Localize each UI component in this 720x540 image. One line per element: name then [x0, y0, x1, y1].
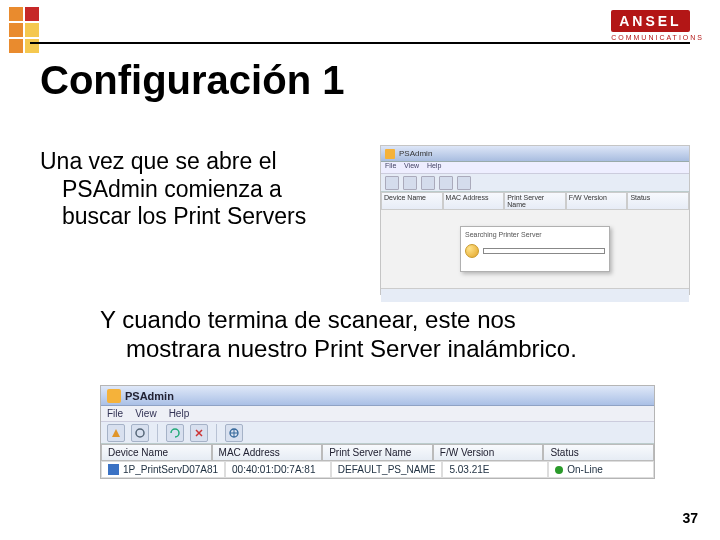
wizard-icon[interactable] — [385, 176, 399, 190]
toolbar-2 — [101, 422, 654, 444]
cell-status: On-Line — [548, 461, 654, 478]
menu-file-2[interactable]: File — [107, 408, 123, 419]
menu-view-2[interactable]: View — [135, 408, 157, 419]
decorative-squares — [8, 6, 88, 54]
cell-device-text: 1P_PrintServD07A81 — [123, 464, 218, 475]
status-bar — [381, 288, 689, 302]
col-fw[interactable]: F/W Version — [566, 192, 628, 210]
brand-name: ANSEL — [611, 10, 689, 32]
progress-bar — [483, 248, 605, 254]
paragraph-1: Una vez que se abre el PSAdmin comienza … — [40, 148, 350, 231]
cell-mac: 00:40:01:D0:7A:81 — [225, 461, 331, 478]
device-icon — [108, 464, 119, 475]
settings-icon[interactable] — [403, 176, 417, 190]
app-icon-2 — [107, 389, 121, 403]
toolbar — [381, 174, 689, 192]
col-mac[interactable]: MAC Address — [443, 192, 505, 210]
para1-rest: PSAdmin comienza a buscar los Print Serv… — [40, 176, 350, 231]
search-dialog: Searching Printer Server — [460, 226, 610, 272]
web-icon[interactable] — [225, 424, 243, 442]
window-titlebar: PSAdmin — [381, 146, 689, 162]
para2-rest: mostrara nuestro Print Server inalámbric… — [100, 335, 670, 364]
cell-status-text: On-Line — [567, 464, 603, 475]
column-headers: Device Name MAC Address Print Server Nam… — [101, 444, 654, 461]
col-status[interactable]: Status — [627, 192, 689, 210]
table-row[interactable]: 1P_PrintServD07A81 00:40:01:D0:7A:81 DEF… — [101, 461, 654, 478]
web-icon[interactable] — [457, 176, 471, 190]
status-online-icon — [555, 466, 563, 474]
window-titlebar-2: PSAdmin — [101, 386, 654, 406]
psadmin-window-result: PSAdmin File View Help Device Name MAC A… — [100, 385, 655, 479]
col-mac-2[interactable]: MAC Address — [212, 444, 323, 461]
menu-help-2[interactable]: Help — [169, 408, 190, 419]
para1-line1: Una vez que se abre el — [40, 148, 277, 174]
cell-fw: 5.03.21E — [442, 461, 548, 478]
menu-file[interactable]: File — [385, 162, 396, 169]
toolbar-separator — [157, 424, 158, 442]
brand-logo: ANSEL COMMUNICATIONS — [611, 10, 704, 41]
cell-psname: DEFAULT_PS_NAME — [331, 461, 443, 478]
refresh-icon[interactable] — [166, 424, 184, 442]
refresh-icon[interactable] — [421, 176, 435, 190]
toolbar-separator — [216, 424, 217, 442]
wizard-icon[interactable] — [107, 424, 125, 442]
psadmin-window-searching: PSAdmin File View Help Device Name MAC A… — [380, 145, 690, 295]
column-headers-small: Device Name MAC Address Print Server Nam… — [381, 192, 689, 210]
page-number: 37 — [682, 510, 698, 526]
col-status-2[interactable]: Status — [543, 444, 654, 461]
title-rule — [30, 42, 690, 44]
app-icon — [385, 149, 395, 159]
col-fw-2[interactable]: F/W Version — [433, 444, 544, 461]
menubar-2: File View Help — [101, 406, 654, 422]
col-psname[interactable]: Print Server Name — [504, 192, 566, 210]
search-dialog-title: Searching Printer Server — [465, 231, 605, 238]
search-spinner-icon — [465, 244, 479, 258]
para2-line1: Y cuando termina de scanear, este nos — [100, 306, 516, 333]
window-title: PSAdmin — [399, 149, 432, 158]
paragraph-2: Y cuando termina de scanear, este nos mo… — [100, 306, 670, 364]
delete-icon[interactable] — [190, 424, 208, 442]
menubar: File View Help — [381, 162, 689, 174]
menu-help[interactable]: Help — [427, 162, 441, 169]
menu-view[interactable]: View — [404, 162, 419, 169]
slide-title: Configuración 1 — [40, 58, 344, 103]
window-title-2: PSAdmin — [125, 390, 174, 402]
col-psname-2[interactable]: Print Server Name — [322, 444, 433, 461]
delete-icon[interactable] — [439, 176, 453, 190]
window-body: Searching Printer Server — [381, 210, 689, 288]
col-device[interactable]: Device Name — [381, 192, 443, 210]
cell-device: 1P_PrintServD07A81 — [101, 461, 225, 478]
svg-point-0 — [136, 429, 144, 437]
settings-icon[interactable] — [131, 424, 149, 442]
col-device-2[interactable]: Device Name — [101, 444, 212, 461]
brand-sub: COMMUNICATIONS — [611, 34, 704, 41]
